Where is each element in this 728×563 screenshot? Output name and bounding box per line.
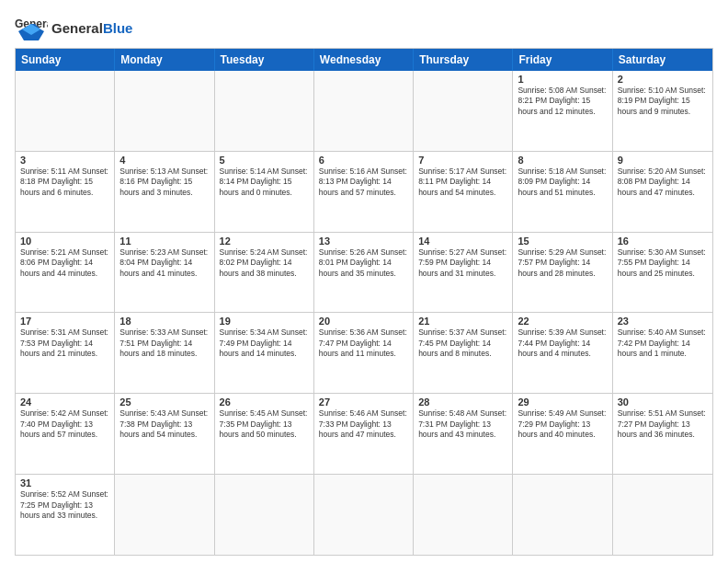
day-number: 23 — [618, 316, 708, 327]
day-info: Sunrise: 5:26 AM Sunset: 8:01 PM Dayligh… — [319, 247, 408, 279]
calendar-day-empty — [215, 475, 314, 555]
logo-icon: General — [15, 15, 48, 40]
day-info: Sunrise: 5:42 AM Sunset: 7:40 PM Dayligh… — [20, 408, 109, 440]
calendar-day-9: 9Sunrise: 5:20 AM Sunset: 8:08 PM Daylig… — [613, 152, 712, 232]
day-number: 12 — [220, 236, 309, 247]
calendar-day-3: 3Sunrise: 5:11 AM Sunset: 8:18 PM Daylig… — [16, 152, 115, 232]
day-number: 7 — [418, 155, 507, 166]
calendar-day-17: 17Sunrise: 5:31 AM Sunset: 7:53 PM Dayli… — [16, 313, 115, 393]
calendar-day-empty — [115, 71, 214, 151]
calendar-day-24: 24Sunrise: 5:42 AM Sunset: 7:40 PM Dayli… — [16, 394, 115, 474]
calendar-day-20: 20Sunrise: 5:36 AM Sunset: 7:47 PM Dayli… — [314, 313, 414, 393]
day-number: 4 — [119, 155, 209, 166]
calendar-day-empty — [513, 475, 612, 555]
day-info: Sunrise: 5:36 AM Sunset: 7:47 PM Dayligh… — [319, 327, 408, 359]
day-info: Sunrise: 5:48 AM Sunset: 7:31 PM Dayligh… — [418, 408, 507, 440]
logo-blue: Blue — [103, 20, 133, 36]
day-info: Sunrise: 5:51 AM Sunset: 7:27 PM Dayligh… — [618, 408, 708, 440]
calendar-day-15: 15Sunrise: 5:29 AM Sunset: 7:57 PM Dayli… — [513, 233, 612, 313]
day-info: Sunrise: 5:33 AM Sunset: 7:51 PM Dayligh… — [119, 327, 209, 359]
calendar-header: SundayMondayTuesdayWednesdayThursdayFrid… — [16, 49, 712, 71]
day-info: Sunrise: 5:45 AM Sunset: 7:35 PM Dayligh… — [220, 408, 309, 440]
calendar-day-1: 1Sunrise: 5:08 AM Sunset: 8:21 PM Daylig… — [513, 71, 612, 151]
calendar-day-22: 22Sunrise: 5:39 AM Sunset: 7:44 PM Dayli… — [513, 313, 612, 393]
calendar-day-empty — [314, 71, 414, 151]
calendar-day-11: 11Sunrise: 5:23 AM Sunset: 8:04 PM Dayli… — [115, 233, 214, 313]
day-info: Sunrise: 5:14 AM Sunset: 8:14 PM Dayligh… — [220, 167, 309, 198]
calendar-day-8: 8Sunrise: 5:18 AM Sunset: 8:09 PM Daylig… — [513, 152, 612, 232]
day-info: Sunrise: 5:30 AM Sunset: 7:55 PM Dayligh… — [618, 247, 708, 279]
header: General GeneralBlue — [15, 15, 713, 40]
day-info: Sunrise: 5:27 AM Sunset: 7:59 PM Dayligh… — [418, 247, 507, 279]
day-info: Sunrise: 5:46 AM Sunset: 7:33 PM Dayligh… — [319, 408, 408, 440]
day-number: 19 — [220, 316, 309, 327]
calendar-day-empty — [215, 71, 314, 151]
calendar-week-3: 10Sunrise: 5:21 AM Sunset: 8:06 PM Dayli… — [16, 233, 712, 314]
calendar-day-empty — [414, 475, 513, 555]
logo-general: General — [51, 20, 103, 36]
day-number: 30 — [618, 396, 708, 408]
day-number: 24 — [20, 396, 109, 408]
calendar-day-10: 10Sunrise: 5:21 AM Sunset: 8:06 PM Dayli… — [16, 233, 115, 313]
day-number: 25 — [119, 396, 209, 408]
calendar-day-empty — [613, 475, 712, 555]
calendar-day-19: 19Sunrise: 5:34 AM Sunset: 7:49 PM Dayli… — [215, 313, 314, 393]
day-header-saturday: Saturday — [613, 49, 712, 71]
day-info: Sunrise: 5:21 AM Sunset: 8:06 PM Dayligh… — [20, 247, 109, 279]
calendar-day-25: 25Sunrise: 5:43 AM Sunset: 7:38 PM Dayli… — [115, 394, 214, 474]
day-number: 26 — [220, 396, 309, 408]
calendar-day-31: 31Sunrise: 5:52 AM Sunset: 7:25 PM Dayli… — [16, 475, 115, 555]
day-number: 17 — [20, 316, 109, 327]
calendar: SundayMondayTuesdayWednesdayThursdayFrid… — [15, 48, 713, 556]
day-info: Sunrise: 5:49 AM Sunset: 7:29 PM Dayligh… — [518, 408, 607, 440]
day-info: Sunrise: 5:10 AM Sunset: 8:19 PM Dayligh… — [618, 86, 708, 117]
day-number: 31 — [20, 477, 109, 488]
day-info: Sunrise: 5:16 AM Sunset: 8:13 PM Dayligh… — [319, 167, 408, 198]
day-number: 21 — [418, 316, 507, 327]
calendar-week-6: 31Sunrise: 5:52 AM Sunset: 7:25 PM Dayli… — [16, 475, 712, 555]
calendar-day-empty — [414, 71, 513, 151]
calendar-day-7: 7Sunrise: 5:17 AM Sunset: 8:11 PM Daylig… — [414, 152, 513, 232]
day-info: Sunrise: 5:13 AM Sunset: 8:16 PM Dayligh… — [119, 167, 209, 198]
day-number: 3 — [20, 155, 109, 166]
day-info: Sunrise: 5:20 AM Sunset: 8:08 PM Dayligh… — [618, 167, 708, 198]
day-header-monday: Monday — [115, 49, 214, 71]
calendar-day-16: 16Sunrise: 5:30 AM Sunset: 7:55 PM Dayli… — [613, 233, 712, 313]
day-info: Sunrise: 5:52 AM Sunset: 7:25 PM Dayligh… — [20, 489, 109, 521]
calendar-day-29: 29Sunrise: 5:49 AM Sunset: 7:29 PM Dayli… — [513, 394, 612, 474]
day-info: Sunrise: 5:39 AM Sunset: 7:44 PM Dayligh… — [518, 327, 607, 359]
calendar-day-21: 21Sunrise: 5:37 AM Sunset: 7:45 PM Dayli… — [414, 313, 513, 393]
day-header-tuesday: Tuesday — [215, 49, 314, 71]
calendar-day-empty — [16, 71, 115, 151]
calendar-day-13: 13Sunrise: 5:26 AM Sunset: 8:01 PM Dayli… — [314, 233, 414, 313]
day-info: Sunrise: 5:43 AM Sunset: 7:38 PM Dayligh… — [119, 408, 209, 440]
calendar-week-4: 17Sunrise: 5:31 AM Sunset: 7:53 PM Dayli… — [16, 313, 712, 394]
day-number: 15 — [518, 236, 607, 247]
calendar-week-1: 1Sunrise: 5:08 AM Sunset: 8:21 PM Daylig… — [16, 71, 712, 152]
day-info: Sunrise: 5:40 AM Sunset: 7:42 PM Dayligh… — [618, 327, 708, 359]
logo: General GeneralBlue — [15, 15, 132, 40]
day-number: 27 — [319, 396, 408, 408]
day-info: Sunrise: 5:17 AM Sunset: 8:11 PM Dayligh… — [418, 167, 507, 198]
calendar-day-empty — [115, 475, 214, 555]
day-number: 28 — [418, 396, 507, 408]
calendar-day-27: 27Sunrise: 5:46 AM Sunset: 7:33 PM Dayli… — [314, 394, 414, 474]
day-info: Sunrise: 5:23 AM Sunset: 8:04 PM Dayligh… — [119, 247, 209, 279]
calendar-day-28: 28Sunrise: 5:48 AM Sunset: 7:31 PM Dayli… — [414, 394, 513, 474]
calendar-day-2: 2Sunrise: 5:10 AM Sunset: 8:19 PM Daylig… — [613, 71, 712, 151]
day-header-wednesday: Wednesday — [314, 49, 414, 71]
calendar-week-5: 24Sunrise: 5:42 AM Sunset: 7:40 PM Dayli… — [16, 394, 712, 475]
day-info: Sunrise: 5:37 AM Sunset: 7:45 PM Dayligh… — [418, 327, 507, 359]
calendar-body: 1Sunrise: 5:08 AM Sunset: 8:21 PM Daylig… — [16, 71, 712, 555]
calendar-day-6: 6Sunrise: 5:16 AM Sunset: 8:13 PM Daylig… — [314, 152, 414, 232]
day-info: Sunrise: 5:18 AM Sunset: 8:09 PM Dayligh… — [518, 167, 607, 198]
day-number: 5 — [220, 155, 309, 166]
day-number: 6 — [319, 155, 408, 166]
day-number: 10 — [20, 236, 109, 247]
day-number: 18 — [119, 316, 209, 327]
calendar-day-14: 14Sunrise: 5:27 AM Sunset: 7:59 PM Dayli… — [414, 233, 513, 313]
day-header-thursday: Thursday — [414, 49, 513, 71]
day-number: 22 — [518, 316, 607, 327]
day-number: 16 — [618, 236, 708, 247]
day-number: 9 — [618, 155, 708, 166]
